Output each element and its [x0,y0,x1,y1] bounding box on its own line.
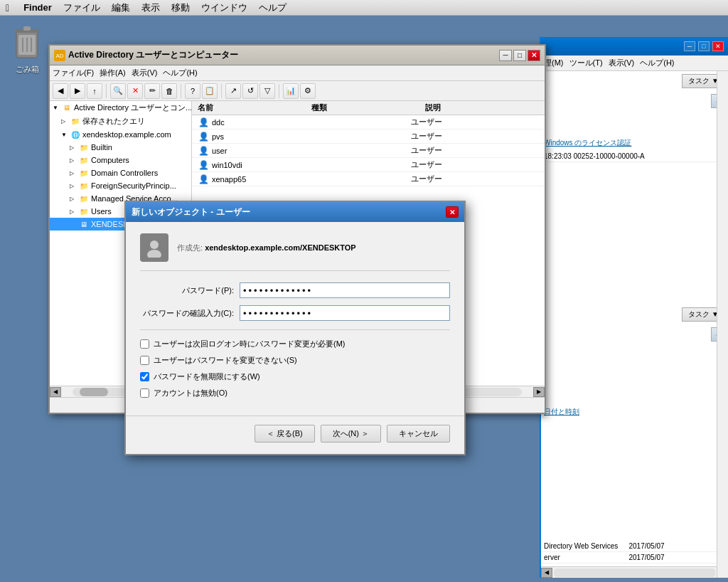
user-name-xenapp65: xenapp65 [212,175,246,184]
toolbar-back-btn[interactable]: ◀ [53,83,68,99]
col-header-name: 名前 [198,102,311,113]
tree-builtin-icon: 📁 [78,142,90,152]
user-icon-pvs: 👤 [198,132,209,142]
server-menu-item-3[interactable]: 表示(V) [609,58,635,68]
user-row-ddc[interactable]: 👤 ddc ユーザー [192,115,545,129]
tree-dc[interactable]: ▷ 📁 Domain Controllers [50,166,191,179]
ad-titlebar-buttons: ─ □ ✕ [499,50,540,61]
server-close-btn[interactable]: ✕ [712,41,724,51]
dialog-titlebar: 新しいオブジェクト - ユーザー ✕ [126,202,464,222]
server-timestamp: 18:23:03 00252-10000-00000-A [544,152,645,160]
tree-computers[interactable]: ▷ 📁 Computers [50,154,191,166]
dialog-close-btn[interactable]: ✕ [446,206,459,218]
checkbox-row-1: ユーザーは次回ログオン時にパスワード変更が必要(M) [140,339,450,349]
tree-foreign[interactable]: ▷ 📁 ForeignSecurityPrincip... [50,179,191,192]
tree-saved-queries[interactable]: ▷ 📁 保存されたクエリ [50,115,191,128]
dialog-password-input[interactable] [240,282,450,298]
user-row-user[interactable]: 👤 user ユーザー [192,144,545,158]
toolbar-edit-btn[interactable]: ✏ [144,83,160,99]
col-header-type: 種類 [311,102,425,113]
server-restore-btn[interactable]: □ [698,41,710,51]
server-datetime-link[interactable]: 日付と時刻 [544,408,579,416]
toolbar-refresh-btn[interactable]: ↺ [242,83,258,99]
trash-icon[interactable]: ごみ箱 [10,23,44,75]
ad-view-menu[interactable]: 表示(V) [132,68,158,78]
toolbar-new-btn[interactable]: ? [185,83,200,99]
checkbox-must-change[interactable] [140,339,149,349]
checkbox-cannot-change[interactable] [140,356,149,365]
tree-root-label: Active Directory ユーザーとコン... [74,102,192,113]
scroll-thumb[interactable] [80,388,108,396]
user-row-win10vdi[interactable]: 👤 win10vdi ユーザー [192,158,545,172]
ad-minimize-btn[interactable]: ─ [499,50,512,61]
checkbox-label-1: ユーザーは次回ログオン時にパスワード変更が必要(M) [154,339,346,349]
toolbar-move-btn[interactable]: ↗ [225,83,241,99]
edit-menu[interactable]: 編集 [112,1,130,14]
toolbar-report-btn[interactable]: 📊 [283,83,299,99]
ad-toolbar: ◀ ▶ ↑ 🔍 ✕ ✏ 🗑 ? 📋 ↗ ↺ ▽ 📊 ⚙ [50,81,545,101]
tree-computers-label: Computers [91,156,129,164]
toolbar-delete-btn[interactable]: 🗑 [161,83,177,99]
col-header-desc: 説明 [425,102,539,113]
server-timestamp-row: 18:23:03 00252-10000-00000-A [541,151,728,162]
ad-close-btn[interactable]: ✕ [528,50,540,61]
help-menu[interactable]: ヘルプ [259,1,287,14]
toolbar-search-btn[interactable]: 🔍 [110,83,126,99]
tree-dc-label: Domain Controllers [91,169,158,177]
ad-action-menu[interactable]: 操作(A) [100,68,126,78]
server-table-date-1: 2017/05/07 [629,542,714,550]
scroll-left-btn[interactable]: ◀ [50,387,61,397]
go-menu[interactable]: 移動 [171,1,190,14]
view-menu[interactable]: 表示 [141,1,160,14]
user-name-pvs: pvs [212,132,224,141]
user-icon-ddc: 👤 [198,117,209,127]
checkbox-label-4: アカウントは無効(O) [154,388,228,398]
checkbox-disabled[interactable] [140,388,149,398]
toolbar-props-btn[interactable]: 📋 [202,83,218,99]
tree-root[interactable]: ▼ 🖥 Active Directory ユーザーとコン... [50,101,191,115]
dialog-create-info: 作成先: xendesktop.example.com/XENDESKTOP [177,243,356,253]
server-vscrollbar[interactable] [717,71,728,578]
mac-desktop: ごみ箱 ─ □ ✕ 理(M) ツール(T) 表示(V) ヘルプ(H) タスク ▼… [0,16,728,582]
server-menu-item-1[interactable]: 理(M) [544,58,564,68]
server-menu-item-4[interactable]: ヘルプ(H) [640,58,674,68]
file-menu[interactable]: ファイル [63,1,100,14]
window-menu[interactable]: ウインドウ [201,1,247,14]
scroll-right-btn[interactable]: ▶ [533,387,545,397]
ad-file-menu[interactable]: ファイル(F) [53,68,94,78]
new-user-dialog: 新しいオブジェクト - ユーザー ✕ 作成先: xendesktop.examp… [124,201,466,455]
server-license-link[interactable]: Windows のライセンス認証 [544,139,631,147]
user-row-xenapp65[interactable]: 👤 xenapp65 ユーザー [192,172,545,186]
ad-menubar: ファイル(F) 操作(A) 表示(V) ヘルプ(H) [50,65,545,81]
tree-builtin[interactable]: ▷ 📁 Builtin [50,141,191,154]
server-hscrollbar[interactable]: ◀ ▶ [541,566,728,578]
finder-menu[interactable]: Finder [23,2,52,13]
dialog-footer: ＜ 戻る(B) 次へ(N) ＞ キャンセル [126,416,464,454]
tree-domain[interactable]: ▼ 🌐 xendesktop.example.com [50,128,191,141]
toolbar-forward-btn[interactable]: ▶ [70,83,85,99]
checkbox-row-4: アカウントは無効(O) [140,388,450,398]
user-type-xenapp65: ユーザー [411,174,468,184]
server-menubar: 理(M) ツール(T) 表示(V) ヘルプ(H) [541,55,728,71]
ad-restore-btn[interactable]: □ [513,50,526,61]
toolbar-extra-btn[interactable]: ⚙ [300,83,316,99]
toolbar-up-btn[interactable]: ↑ [87,83,102,99]
user-row-pvs[interactable]: 👤 pvs ユーザー [192,129,545,144]
tree-domain-icon: 🌐 [70,129,81,139]
server-minimize-btn[interactable]: ─ [684,41,695,51]
tree-foreign-label: ForeignSecurityPrincip... [91,181,176,190]
toolbar-x-btn[interactable]: ✕ [127,83,143,99]
dialog-next-btn[interactable]: 次へ(N) ＞ [321,425,381,443]
dialog-confirm-input[interactable] [240,305,450,321]
toolbar-filter-btn[interactable]: ▽ [259,83,275,99]
trash-label: ごみ箱 [16,64,39,75]
user-type-user: ユーザー [411,145,468,156]
tree-domain-label: xendesktop.example.com [82,130,171,139]
ad-window-title: Active Directory ユーザーとコンピューター [68,49,238,61]
dialog-back-btn[interactable]: ＜ 戻る(B) [255,425,315,443]
dialog-cancel-btn[interactable]: キャンセル [387,425,450,443]
server-menu-item-2[interactable]: ツール(T) [569,58,603,68]
ad-help-menu[interactable]: ヘルプ(H) [163,68,197,78]
server-window: ─ □ ✕ 理(M) ツール(T) 表示(V) ヘルプ(H) タスク ▼ ⌄ W… [540,37,728,578]
checkbox-never-expires[interactable] [140,372,149,381]
